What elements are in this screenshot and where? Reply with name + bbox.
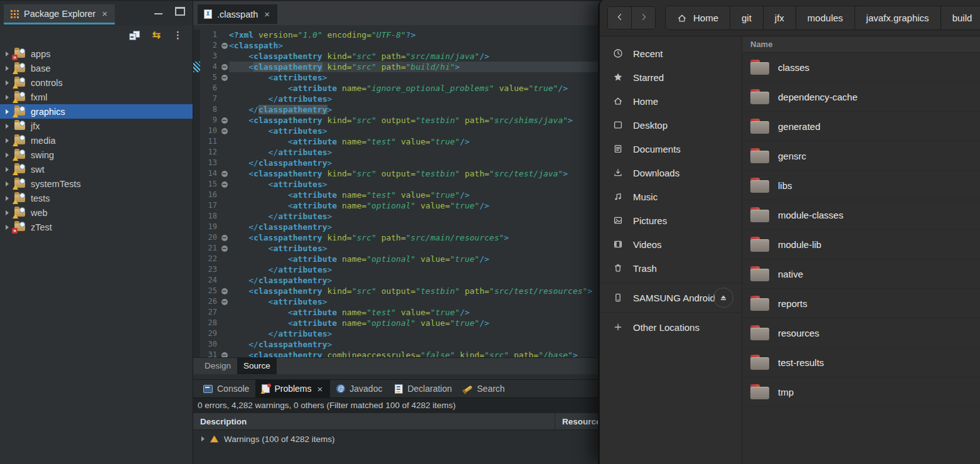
code-text[interactable]: <?xml version="1.0" encoding="UTF-8"?> [229,30,602,40]
fold-collapse-icon[interactable]: – [221,75,228,81]
fold-collapse-icon[interactable]: – [221,235,228,241]
code-text[interactable]: </attributes> [229,94,602,104]
code-text[interactable]: <attribute name="ignore_optional_problem… [229,83,602,94]
column-name-header[interactable]: Name [742,36,980,53]
code-text[interactable]: </attributes> [229,328,602,339]
code-text[interactable]: </classpathentry> [229,222,602,232]
file-row-gensrc[interactable]: gensrc [742,141,980,171]
link-with-editor-icon[interactable]: ⇆ [152,31,161,40]
file-row-native[interactable]: native [742,259,980,289]
code-text[interactable]: <attributes> [229,296,602,307]
breadcrumb-git[interactable]: git [730,6,763,30]
expand-arrow-icon[interactable] [6,109,9,114]
expand-arrow-icon[interactable] [6,153,9,158]
expand-arrow-icon[interactable] [6,51,9,57]
breadcrumb-modules[interactable]: modules [796,6,855,30]
file-row-classes[interactable]: classes [742,53,980,82]
breadcrumb-javafx-graphics[interactable]: javafx.graphics [855,6,940,30]
code-text[interactable]: <classpathentry kind="src" output="testb… [229,286,602,296]
code-text[interactable]: <classpathentry kind="src" output="testb… [229,115,602,126]
column-resource[interactable]: Resource [562,417,601,426]
problems-row-warnings[interactable]: Warnings (100 of 4282 items) [193,430,602,448]
close-icon[interactable]: × [263,9,271,19]
code-text[interactable]: <classpathentry kind="src" path="src/mai… [229,51,602,62]
expand-arrow-icon[interactable] [6,181,9,186]
expand-arrow-icon[interactable] [6,210,9,215]
sidebar-item-desktop[interactable]: Desktop [600,113,742,137]
code-text[interactable]: </attributes> [229,147,602,158]
file-row-test-results[interactable]: test-results [742,348,980,377]
file-row-module-classes[interactable]: module-classes [742,200,980,230]
fold-collapse-icon[interactable]: – [221,64,228,70]
close-icon[interactable]: × [316,384,324,394]
breadcrumb-build[interactable]: build [940,6,980,30]
expand-arrow-icon[interactable] [6,225,9,230]
close-icon[interactable]: × [100,8,109,19]
sidebar-item-other-locations[interactable]: Other Locations [600,315,742,339]
tab-classpath[interactable]: X .classpath × [198,4,277,24]
tab-design[interactable]: Design [198,358,237,374]
expand-arrow-icon[interactable] [6,80,9,85]
sidebar-item-starred[interactable]: Starred [600,65,742,89]
expand-arrow-icon[interactable] [201,436,205,441]
sidebar-item-videos[interactable]: Videos [600,232,742,256]
tree-item-systemTests[interactable]: systemTests [0,176,193,191]
code-text[interactable]: <attribute name="test" value="true"/> [229,190,602,200]
code-text[interactable]: <attribute name="optional" value="true"/… [229,254,602,264]
minimize-icon[interactable] [154,8,162,14]
xml-editor[interactable]: 1<?xml version="1.0" encoding="UTF-8"?>2… [193,25,602,357]
code-text[interactable]: <classpath> [229,40,602,51]
tab-console[interactable]: Console [197,380,255,397]
code-text[interactable]: </classpathentry> [229,275,602,286]
fold-collapse-icon[interactable]: – [221,43,228,49]
tree-item-controls[interactable]: controls [0,75,193,90]
tab-package-explorer[interactable]: Package Explorer × [4,4,115,24]
breadcrumb-jfx[interactable]: jfx [763,6,796,30]
breadcrumb-home[interactable]: Home [666,6,730,30]
sidebar-item-home[interactable]: Home [600,89,742,113]
code-text[interactable]: <attribute name="optional" value="true"/… [229,318,602,328]
code-text[interactable]: </attributes> [229,264,602,275]
sidebar-item-documents[interactable]: Documents [600,137,742,161]
fold-collapse-icon[interactable]: – [221,245,228,252]
column-description[interactable]: Description [193,417,247,426]
code-text[interactable]: </attributes> [229,211,602,222]
tab-search[interactable]: Search [458,380,511,397]
forward-button[interactable] [631,7,655,29]
tree-item-apps[interactable]: ×apps [0,46,193,61]
fold-collapse-icon[interactable]: – [221,128,228,134]
code-text[interactable]: </classpathentry> [229,104,602,115]
sidebar-item-trash[interactable]: Trash [600,256,742,280]
tab-problems[interactable]: Problems× [255,380,330,397]
tab-javadoc[interactable]: @Javadoc [330,380,388,397]
code-text[interactable]: </classpathentry> [229,158,602,168]
tree-item-web[interactable]: web [0,205,193,220]
tree-item-base[interactable]: base [0,61,193,75]
code-text[interactable]: <classpathentry combineaccessrules="fals… [229,350,602,357]
tree-item-graphics[interactable]: graphics [0,104,193,119]
expand-arrow-icon[interactable] [6,124,9,129]
sidebar-item-downloads[interactable]: Downloads [600,161,742,185]
file-row-tmp[interactable]: tmp [742,377,980,407]
code-text[interactable]: <attributes> [229,72,602,83]
tree-item-swing[interactable]: swing [0,148,193,162]
sidebar-item-music[interactable]: Music [600,185,742,208]
code-text[interactable]: <attributes> [229,179,602,190]
fold-collapse-icon[interactable]: – [221,117,228,124]
code-text[interactable]: <classpathentry kind="src" path="build/h… [229,62,602,72]
fold-collapse-icon[interactable]: – [221,299,228,305]
tree-item-zTest[interactable]: ×zTest [0,220,193,234]
tab-source[interactable]: Source [237,358,277,374]
code-text[interactable]: <attribute name="test" value="true"/> [229,136,602,147]
tree-item-media[interactable]: media [0,133,193,148]
expand-arrow-icon[interactable] [6,196,9,201]
fold-collapse-icon[interactable]: – [221,288,228,294]
code-text[interactable]: <attribute name="optional" value="true"/… [229,200,602,211]
maximize-icon[interactable] [175,7,185,16]
tree-item-tests[interactable]: tests [0,191,193,205]
back-button[interactable] [608,7,631,29]
file-row-reports[interactable]: reports [742,289,980,318]
code-text[interactable]: <attribute name="test" value="true"/> [229,307,602,318]
code-text[interactable]: <classpathentry kind="src" output="testb… [229,168,602,179]
expand-arrow-icon[interactable] [6,138,9,143]
